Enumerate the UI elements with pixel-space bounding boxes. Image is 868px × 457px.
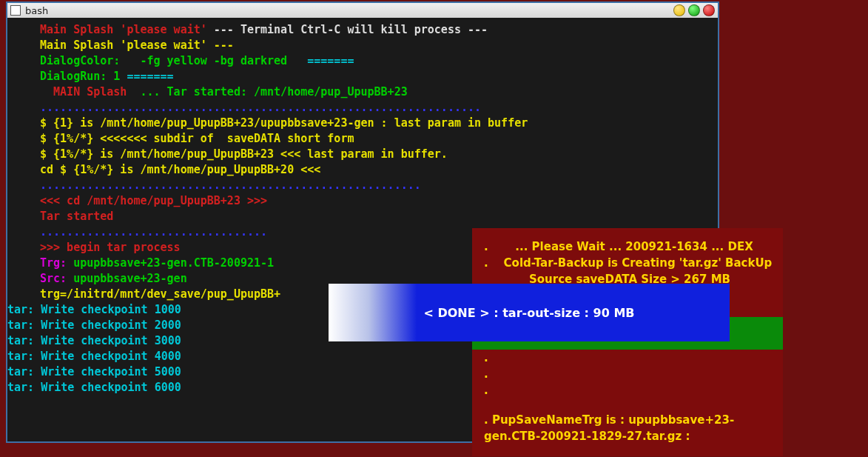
window-controls [673,4,715,16]
term-line: ........................................… [19,100,715,116]
term-line: DialogRun: 1 ======= [19,69,715,84]
window-title: bash [25,5,673,16]
close-icon[interactable] [703,4,715,16]
splash-text: . Cold-Tar-Backup is Creating 'tar.gz' B… [472,255,783,271]
term-line: $ {1%/*} <<<<<<< subdir of saveDATA shor… [19,131,715,147]
term-line: DialogColor: -fg yellow -bg darkred ====… [19,53,715,69]
window-titlebar[interactable]: bash [7,3,718,18]
term-line: Tar started [19,209,715,224]
done-dialog-text: < DONE > : tar-out-size : 90 MB [423,306,634,320]
done-dialog: < DONE > : tar-out-size : 90 MB [329,284,730,341]
splash-text: . [472,350,783,366]
splash-text: . ... Please Wait ... 200921-1634 ... DE… [472,238,783,255]
term-line: $ {1} is /mnt/home/pup_UpupBB+23/upupbbs… [19,116,715,131]
minimize-icon[interactable] [673,4,685,16]
splash-text: . [472,366,783,382]
splash-text: . [472,382,783,398]
term-line: Main Splash 'please wait' --- Terminal C… [19,22,715,38]
term-line: MAIN Splash ... Tar started: /mnt/home/p… [19,84,715,100]
splash-dialog: . ... Please Wait ... 200921-1634 ... DE… [472,228,783,456]
term-line: <<< cd /mnt/home/pup_UpupBB+23 >>> [19,193,715,209]
term-line: ........................................… [19,178,715,193]
window-menu-icon[interactable] [10,5,21,16]
term-line: Main Splash 'please wait' --- [19,38,715,53]
term-line: $ {1%/*} is /mnt/home/pup_UpupBB+23 <<< … [19,147,715,162]
splash-text: . PupSaveNameTrg is : upupbbsave+23-gen.… [472,412,783,444]
maximize-icon[interactable] [688,4,700,16]
term-line: cd $ {1%/*} is /mnt/home/pup_UpupBB+20 <… [19,162,715,178]
